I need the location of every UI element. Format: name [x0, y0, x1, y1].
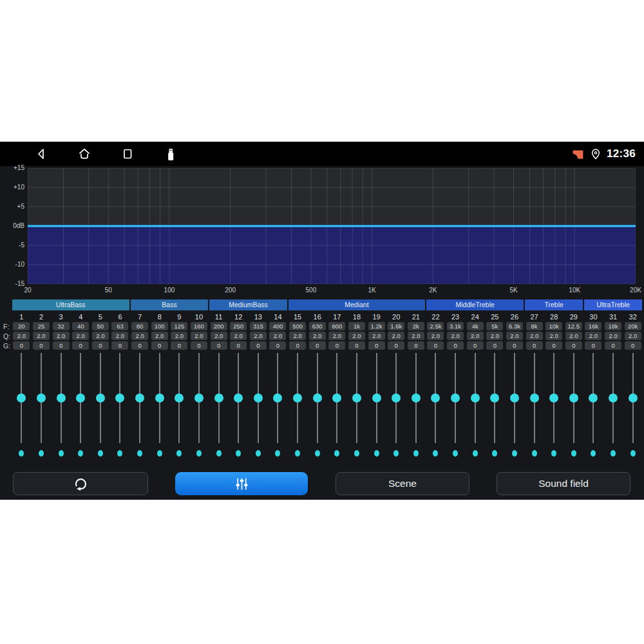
q-value-ch12[interactable]: 2.0	[230, 332, 247, 340]
gain-slider-ch17[interactable]	[327, 353, 347, 443]
gain-slider-ch31[interactable]	[603, 353, 623, 443]
f-value-ch10[interactable]: 160	[191, 322, 207, 330]
g-value-ch22[interactable]: 0	[427, 341, 444, 350]
band-treble[interactable]: Treble	[525, 299, 583, 310]
g-value-ch13[interactable]: 0	[250, 341, 267, 350]
g-value-ch15[interactable]: 0	[289, 341, 306, 350]
gain-slider-ch16[interactable]	[307, 353, 327, 443]
q-value-ch21[interactable]: 2.0	[408, 332, 424, 340]
q-value-ch4[interactable]: 2.0	[72, 332, 89, 340]
f-value-ch30[interactable]: 16k	[585, 322, 601, 330]
g-value-ch5[interactable]: 0	[92, 341, 109, 350]
g-value-ch26[interactable]: 0	[506, 341, 523, 350]
slider-knob[interactable]	[37, 393, 46, 402]
slider-knob[interactable]	[194, 393, 204, 402]
slider-knob[interactable]	[96, 393, 105, 402]
q-value-ch8[interactable]: 2.0	[151, 332, 168, 340]
gain-slider-ch22[interactable]	[426, 353, 446, 443]
g-value-ch30[interactable]: 0	[585, 341, 601, 350]
f-value-ch31[interactable]: 18k	[605, 322, 621, 330]
f-value-ch9[interactable]: 125	[171, 322, 187, 330]
f-value-ch14[interactable]: 400	[269, 322, 286, 330]
q-value-ch27[interactable]: 2.0	[526, 332, 543, 340]
f-value-ch20[interactable]: 1.6k	[388, 322, 404, 330]
g-value-ch4[interactable]: 0	[72, 341, 89, 350]
f-value-ch8[interactable]: 100	[151, 322, 168, 330]
g-value-ch14[interactable]: 0	[269, 341, 286, 350]
f-value-ch12[interactable]: 250	[230, 322, 247, 330]
scene-button[interactable]: Scene	[336, 472, 469, 495]
g-value-ch20[interactable]: 0	[388, 341, 404, 350]
g-value-ch18[interactable]: 0	[348, 341, 365, 350]
gain-slider-ch4[interactable]	[71, 353, 91, 443]
slider-knob[interactable]	[155, 393, 164, 402]
q-value-ch28[interactable]: 2.0	[545, 332, 562, 340]
g-value-ch23[interactable]: 0	[447, 341, 464, 350]
gain-slider-ch5[interactable]	[91, 353, 111, 443]
g-value-ch25[interactable]: 0	[486, 341, 503, 350]
slider-knob[interactable]	[589, 393, 598, 402]
gain-slider-ch3[interactable]	[51, 353, 71, 443]
f-value-ch24[interactable]: 4k	[467, 322, 484, 330]
band-middletreble[interactable]: MiddleTreble	[426, 299, 524, 310]
gain-slider-ch8[interactable]	[149, 353, 169, 443]
slider-knob[interactable]	[510, 393, 519, 402]
g-value-ch31[interactable]: 0	[605, 341, 621, 350]
band-ultratreble[interactable]: UltraTreble	[584, 299, 642, 310]
q-value-ch9[interactable]: 2.0	[171, 332, 187, 340]
slider-knob[interactable]	[76, 393, 85, 402]
slider-knob[interactable]	[490, 393, 499, 402]
slider-knob[interactable]	[214, 393, 223, 402]
gain-slider-ch15[interactable]	[288, 353, 308, 443]
q-value-ch2[interactable]: 2.0	[33, 332, 50, 340]
q-value-ch16[interactable]: 2.0	[309, 332, 326, 340]
q-value-ch26[interactable]: 2.0	[506, 332, 523, 340]
slider-knob[interactable]	[451, 393, 460, 402]
q-value-ch18[interactable]: 2.0	[348, 332, 365, 340]
f-value-ch18[interactable]: 1k	[348, 322, 365, 330]
g-value-ch28[interactable]: 0	[545, 341, 562, 350]
equalizer-tab-button[interactable]	[175, 472, 308, 495]
f-value-ch17[interactable]: 800	[328, 322, 345, 330]
g-value-ch12[interactable]: 0	[230, 341, 247, 350]
g-value-ch19[interactable]: 0	[368, 341, 385, 350]
g-value-ch3[interactable]: 0	[53, 341, 70, 350]
slider-knob[interactable]	[392, 393, 401, 402]
gain-slider-ch27[interactable]	[524, 353, 544, 443]
slider-knob[interactable]	[17, 393, 26, 402]
band-ultrabass[interactable]: UltraBass	[12, 299, 129, 310]
q-value-ch11[interactable]: 2.0	[211, 332, 227, 340]
q-value-ch17[interactable]: 2.0	[328, 332, 345, 340]
q-value-ch32[interactable]: 2.0	[625, 332, 641, 340]
g-value-ch6[interactable]: 0	[111, 341, 128, 350]
f-value-ch23[interactable]: 3.1k	[447, 322, 464, 330]
f-value-ch27[interactable]: 8k	[526, 322, 543, 330]
gain-slider-ch13[interactable]	[249, 353, 269, 443]
gain-slider-ch9[interactable]	[169, 353, 189, 443]
slider-knob[interactable]	[115, 393, 124, 402]
slider-knob[interactable]	[135, 393, 144, 402]
slider-knob[interactable]	[352, 393, 361, 402]
gain-slider-ch18[interactable]	[347, 353, 367, 443]
gain-slider-ch19[interactable]	[366, 353, 386, 443]
g-value-ch27[interactable]: 0	[526, 341, 543, 350]
recents-icon[interactable]	[120, 146, 135, 162]
f-value-ch21[interactable]: 2k	[408, 322, 424, 330]
f-value-ch5[interactable]: 50	[92, 322, 109, 330]
g-value-ch11[interactable]: 0	[211, 341, 227, 350]
gain-slider-ch1[interactable]	[12, 353, 32, 443]
f-value-ch13[interactable]: 315	[250, 322, 267, 330]
g-value-ch7[interactable]: 0	[131, 341, 148, 350]
g-value-ch8[interactable]: 0	[151, 341, 168, 350]
g-value-ch2[interactable]: 0	[33, 341, 50, 350]
f-value-ch2[interactable]: 25	[33, 322, 50, 330]
gain-slider-ch28[interactable]	[544, 353, 564, 443]
gain-slider-ch6[interactable]	[110, 353, 130, 443]
q-value-ch7[interactable]: 2.0	[131, 332, 148, 340]
f-value-ch6[interactable]: 63	[111, 322, 128, 330]
gain-slider-ch2[interactable]	[32, 353, 52, 443]
band-mediant[interactable]: Mediant	[289, 299, 425, 310]
q-value-ch29[interactable]: 2.0	[565, 332, 582, 340]
g-value-ch1[interactable]: 0	[13, 341, 30, 350]
f-value-ch26[interactable]: 6.3k	[506, 322, 523, 330]
